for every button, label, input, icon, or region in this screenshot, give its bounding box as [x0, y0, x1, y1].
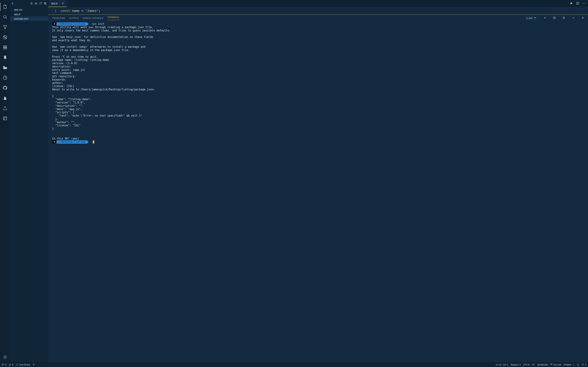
status-language[interactable]: JavaScript [537, 363, 548, 366]
prompt-path-seg: ~/Desktop/linting [57, 140, 87, 144]
status-encoding[interactable]: UTF-8 [523, 363, 529, 366]
svg-point-0 [4, 16, 6, 18]
prompt-user-seg: ✝ [52, 22, 57, 26]
folder-icon[interactable] [0, 63, 10, 73]
chevron-down-icon[interactable] [572, 17, 575, 20]
file-row[interactable]: package.json [10, 17, 48, 21]
terminal-output: This utility will walk you through creat… [52, 26, 171, 140]
search-icon[interactable] [0, 12, 10, 22]
svg-rect-9 [5, 48, 7, 49]
refresh-icon[interactable] [39, 2, 42, 5]
lightning-icon[interactable] [33, 363, 35, 366]
panel-tab-terminal[interactable]: TERMINAL [107, 16, 120, 20]
explorer-icon[interactable] [0, 2, 10, 12]
code-line: const name = "James"; [61, 9, 100, 13]
prompt-path-seg: ~/Desktop/linting [57, 22, 87, 26]
editor-tabs: app.js ✕ [48, 0, 588, 7]
bottom-panel: PROBLEMS OUTPUT DEBUG CONSOLE TERMINAL 1… [48, 15, 588, 362]
svg-point-3 [5, 28, 6, 29]
prompt-user-seg: ✝ [52, 140, 57, 144]
status-notifications[interactable]: 1 [582, 363, 586, 366]
close-icon[interactable]: ✕ [62, 2, 64, 5]
svg-point-22 [577, 364, 579, 366]
terminal-cursor [93, 141, 94, 143]
svg-rect-7 [5, 46, 7, 47]
firebase-icon[interactable] [0, 93, 10, 103]
split-editor-icon[interactable] [576, 2, 579, 5]
panel-tab-debug[interactable]: DEBUG CONSOLE [83, 17, 104, 19]
status-spaces[interactable]: Spaces: 4 [510, 363, 521, 366]
explorer-title: E… [12, 2, 30, 5]
collapse-icon[interactable] [44, 2, 47, 5]
status-go-live[interactable]: Go Live [550, 363, 562, 366]
file-list: app.css app.js package.json [10, 7, 48, 21]
terminal-cmd-arg: init [98, 22, 104, 25]
file-row[interactable]: app.css [10, 7, 48, 12]
panel-tab-problems[interactable]: PROBLEMS [52, 17, 65, 19]
close-panel-icon[interactable] [581, 17, 584, 20]
explorer-panel: E… app.css a [10, 0, 48, 362]
status-errors[interactable]: 0 [2, 363, 6, 366]
tab-label: app.js [51, 2, 58, 5]
terminal[interactable]: ✝~/Desktop/linting npm init This utility… [48, 21, 588, 362]
more-icon[interactable] [582, 2, 586, 5]
editor-tab[interactable]: app.js ✕ [48, 0, 67, 7]
new-terminal-icon[interactable] [544, 17, 546, 20]
kill-terminal-icon[interactable] [562, 17, 565, 20]
svg-point-5 [5, 37, 6, 38]
activity-bar [0, 0, 10, 362]
source-control-icon[interactable] [0, 22, 10, 32]
terminal-cmd-bin: npm [92, 22, 96, 25]
terminal-selector[interactable]: 1: zsh [525, 16, 537, 20]
new-folder-icon[interactable] [35, 2, 37, 5]
status-warnings[interactable]: 0 [9, 363, 13, 366]
panel-tab-output[interactable]: OUTPUT [69, 17, 79, 19]
svg-rect-8 [3, 48, 5, 49]
status-prettier[interactable]: Prettier: ✓ [564, 363, 574, 366]
svg-rect-11 [3, 117, 7, 120]
svg-point-2 [6, 25, 7, 26]
status-ln-col[interactable]: Ln 11, Col 1 [496, 363, 508, 366]
extensions-icon[interactable] [0, 42, 10, 52]
svg-point-16 [583, 3, 583, 3]
svg-rect-14 [45, 3, 46, 4]
svg-point-18 [585, 3, 585, 3]
svg-rect-6 [3, 46, 5, 47]
line-number: 1 [48, 9, 61, 13]
bookmark-icon[interactable] [0, 52, 10, 63]
debug-icon[interactable] [0, 32, 10, 42]
circle-icon[interactable] [0, 73, 10, 83]
status-feedback-icon[interactable] [577, 363, 579, 366]
code-editor[interactable]: 1 const name = "James"; [48, 7, 588, 15]
run-icon[interactable] [570, 2, 573, 5]
file-row[interactable]: app.js [10, 12, 48, 17]
svg-point-12 [5, 357, 6, 358]
split-terminal-icon[interactable] [553, 17, 556, 20]
preview-icon[interactable] [0, 113, 10, 123]
svg-point-1 [4, 25, 5, 26]
svg-rect-13 [44, 2, 46, 4]
status-live-share[interactable]: Live Share [16, 363, 30, 366]
settings-gear-icon[interactable] [0, 352, 10, 362]
github-icon[interactable] [0, 83, 10, 93]
svg-point-17 [584, 3, 584, 3]
new-file-icon[interactable] [30, 2, 33, 5]
status-bar: 0 0 Live Share Ln 11, Col 1 Spaces: 4 UT… [0, 362, 588, 367]
status-eol[interactable]: LF [532, 363, 535, 366]
svg-point-21 [551, 364, 552, 365]
share-icon[interactable] [0, 103, 10, 113]
